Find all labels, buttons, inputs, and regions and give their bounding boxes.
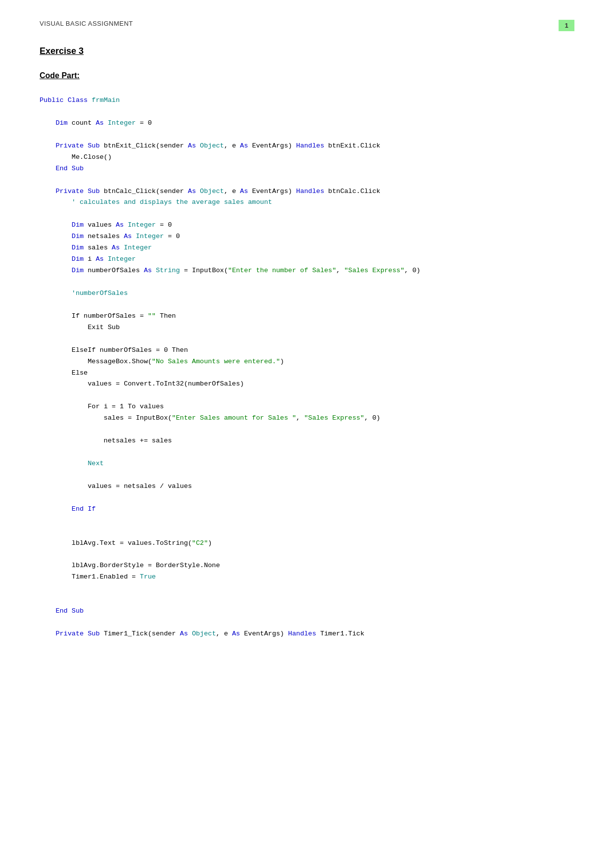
- section-title: Code Part:: [40, 71, 574, 80]
- code-block: Public Class frmMain Dim count As Intege…: [40, 95, 574, 640]
- page-number: 1: [559, 20, 574, 31]
- page-header: VISUAL BASIC ASSIGNMENT 1: [40, 20, 574, 31]
- page-container: VISUAL BASIC ASSIGNMENT 1 Exercise 3 Cod…: [0, 0, 614, 868]
- exercise-title: Exercise 3: [40, 46, 574, 56]
- header-title: VISUAL BASIC ASSIGNMENT: [40, 20, 133, 27]
